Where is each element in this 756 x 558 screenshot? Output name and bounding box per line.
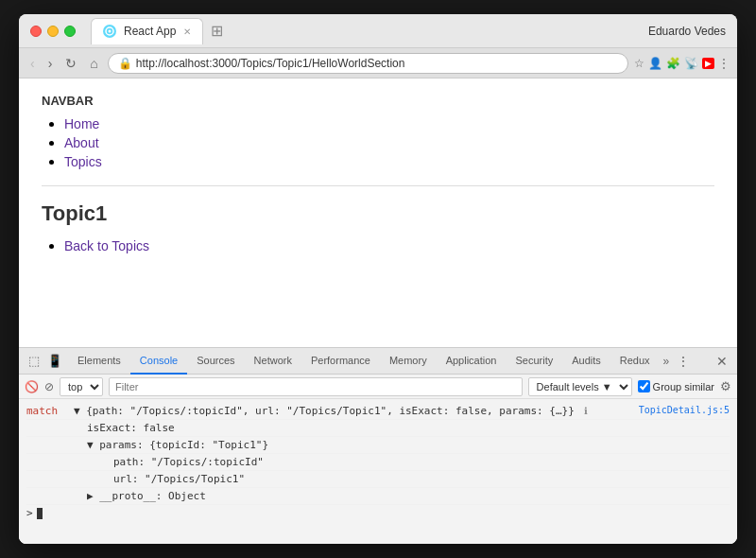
address-bar: ‹ › ↻ ⌂ 🔒 http://localhost:3000/Topics/T… [19,48,737,78]
isexact-text: isExact: false [87,422,175,434]
match-label: match [26,405,74,417]
back-icon[interactable]: ‹ [26,54,39,73]
devtools-panel: ⬚ 📱 Elements Console Sources Network Per… [19,347,737,544]
close-button[interactable] [30,26,42,37]
about-link[interactable]: About [64,135,99,150]
profile-icon[interactable]: 👤 [648,57,662,70]
group-similar-text: Group similar [653,381,714,392]
prompt-cursor [37,508,43,519]
info-icon: ℹ [584,406,588,416]
devtools-more-icon[interactable]: ⋮ [673,354,694,369]
console-row-4: path: "/Topics/:topicId" [26,454,730,471]
group-similar-label[interactable]: Group similar [638,380,714,392]
home-icon[interactable]: ⌂ [86,54,101,73]
tab-title: React App [124,25,176,38]
context-select[interactable]: top [60,377,103,396]
console-match-row: match ▼ {path: "/Topics/:topicId", url: … [26,403,730,420]
console-row-3: ▼ params: {topicId: "Topic1"} [26,437,730,454]
extension-icon[interactable]: 🧩 [666,57,680,70]
tab-console[interactable]: Console [130,348,187,375]
prompt-chevron: > [26,507,33,519]
params-text: ▼ params: {topicId: "Topic1"} [87,439,268,451]
filter-input[interactable] [109,377,523,396]
browser-window: React App ✕ ⊞ Eduardo Vedes ‹ › ↻ ⌂ 🔒 ht… [19,14,737,544]
cast-icon[interactable]: 📡 [684,57,698,70]
console-row-6: ▶ __proto__: Object [26,488,730,505]
favicon-icon [103,25,116,38]
nav-links: Home About Topics [42,115,714,170]
forward-icon[interactable]: › [44,54,57,73]
bookmark-icon[interactable]: ☆ [634,57,644,70]
url-text: http://localhost:3000/Topics/Topic1/Hell… [136,57,405,70]
nav-link-item: Topics [64,153,714,170]
device-icon[interactable]: 📱 [45,352,64,370]
tab-close-icon[interactable]: ✕ [183,26,191,37]
user-name: Eduardo Vedes [648,25,726,38]
console-match-content: ▼ {path: "/Topics/:topicId", url: "/Topi… [74,405,631,417]
devtools-toolbar: 🚫 ⊘ top Default levels ▼ Group similar ⚙ [19,375,737,399]
url-text-console: url: "/Topics/Topic1" [113,473,245,485]
more-tabs-icon[interactable]: » [660,355,674,368]
tab-sources[interactable]: Sources [187,348,244,375]
title-bar: React App ✕ ⊞ Eduardo Vedes [19,14,737,48]
back-list-item: Back to Topics [64,237,714,254]
console-prompt: > [26,505,730,521]
menu-icon[interactable]: ⋮ [718,57,730,70]
tab-redux[interactable]: Redux [610,348,660,375]
clear-console-icon[interactable]: 🚫 [25,380,39,393]
back-to-topics-link[interactable]: Back to Topics [64,238,149,253]
browser-tab[interactable]: React App ✕ [91,18,203,44]
tab-memory[interactable]: Memory [380,348,437,375]
nav-link-item: Home [64,115,714,132]
tab-audits[interactable]: Audits [562,348,610,375]
web-content: NAVBAR Home About Topics Topic1 Back to … [19,78,737,347]
source-ref[interactable]: TopicDetail.js:5 [639,405,730,415]
console-row-5: url: "/Topics/Topic1" [26,471,730,488]
group-similar-checkbox[interactable] [638,380,650,392]
settings-icon[interactable]: ⚙ [720,379,731,393]
navbar-label: NAVBAR [42,94,714,108]
match-value: {path: "/Topics/:topicId", url: "/Topics… [86,405,575,417]
tab-application[interactable]: Application [437,348,507,375]
new-tab-icon[interactable]: ⊞ [211,22,223,40]
match-open-brace: ▼ [74,405,86,417]
console-row-2: isExact: false [26,420,730,437]
nav-link-item: About [64,134,714,151]
console-output: match ▼ {path: "/Topics/:topicId", url: … [19,399,737,544]
pause-icon[interactable]: ⊘ [44,380,54,393]
path-text: path: "/Topics/:topicId" [113,456,264,468]
topics-link[interactable]: Topics [64,154,102,169]
devtools-close-icon[interactable]: ✕ [711,354,733,369]
proto-text: ▶ __proto__: Object [87,490,206,502]
traffic-lights [30,26,76,37]
tab-area: React App ✕ ⊞ [91,18,648,44]
minimize-button[interactable] [47,26,59,37]
divider [42,185,714,186]
devtools-left-icons: ⬚ 📱 [23,352,68,370]
topic-title: Topic1 [42,201,714,226]
page-content: NAVBAR Home About Topics Topic1 Back to … [19,78,737,544]
back-list: Back to Topics [42,237,714,254]
levels-select[interactable]: Default levels ▼ [528,377,632,396]
devtools-tabs: ⬚ 📱 Elements Console Sources Network Per… [19,348,737,375]
tab-elements[interactable]: Elements [68,348,130,375]
tab-performance[interactable]: Performance [301,348,380,375]
tab-security[interactable]: Security [506,348,562,375]
tab-network[interactable]: Network [245,348,301,375]
lock-icon: 🔒 [118,57,132,70]
url-bar[interactable]: 🔒 http://localhost:3000/Topics/Topic1/He… [108,53,628,74]
refresh-icon[interactable]: ↻ [61,54,80,73]
home-link[interactable]: Home [64,116,99,131]
address-icons: ☆ 👤 🧩 📡 ▶ ⋮ [634,57,730,70]
svg-point-1 [109,30,112,33]
maximize-button[interactable] [64,26,76,37]
inspect-icon[interactable]: ⬚ [26,352,42,370]
youtube-icon[interactable]: ▶ [702,58,714,69]
